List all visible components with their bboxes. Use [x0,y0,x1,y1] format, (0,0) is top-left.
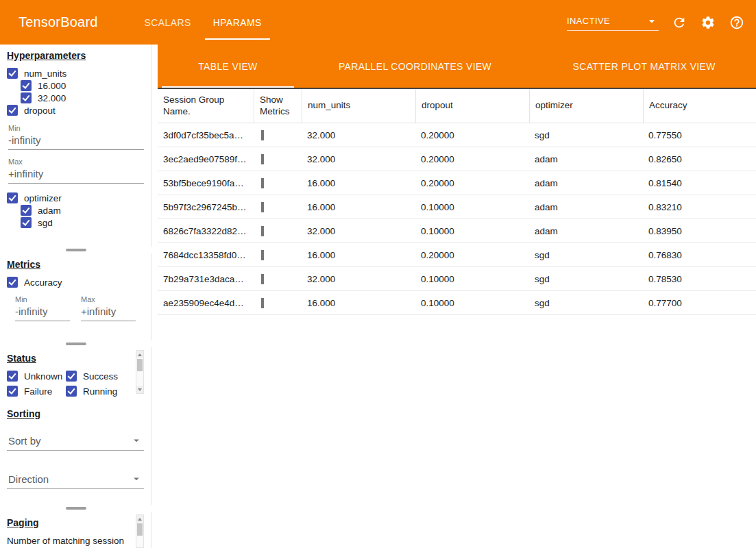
adam-checkbox[interactable] [21,205,32,216]
scroll-down-arrow-icon[interactable] [136,386,143,393]
show-metrics-checkbox[interactable] [261,202,264,212]
sort-by-select[interactable]: Sort by [7,434,144,451]
show-metrics-checkbox[interactable] [261,274,264,284]
scrollbar-track[interactable] [136,358,143,386]
dropout-checkbox[interactable] [7,105,18,116]
running-checkbox[interactable] [66,386,77,397]
cell-accuracy: 0.82650 [643,154,756,164]
show-metrics-checkbox[interactable] [261,298,264,308]
resize-handle[interactable] [0,247,151,253]
hparam-row-dropout[interactable]: dropout [7,104,151,116]
table-row[interactable]: 7684dcc13358fd0… 16.000 0.20000 sgd 0.76… [158,243,756,267]
unknown-checkbox[interactable] [7,371,18,382]
scrollbar-thumb[interactable] [137,359,143,371]
success-checkbox[interactable] [66,371,77,382]
accuracy-checkbox[interactable] [7,277,18,288]
column-header-optimizer[interactable]: optimizer [529,89,643,123]
resize-handle[interactable] [0,505,151,512]
tab-scatter-plot-matrix-view[interactable]: SCATTER PLOT MATRIX VIEW [532,45,756,88]
show-metrics-checkbox[interactable] [261,178,264,188]
cell-show-metrics [254,226,302,236]
column-header-show-metrics[interactable]: Show Metrics [254,89,302,123]
metric-minmax-fields: Min -infinity Max +infinity [15,288,151,321]
hyperparameters-panel: Hyperparameters num_units 16.000 32.000 … [0,45,151,247]
num-units-16-checkbox[interactable] [21,80,32,91]
num-units-32-checkbox[interactable] [21,92,32,103]
paging-heading: Paging [7,517,151,528]
optimizer-label: optimizer [24,193,62,203]
optimizer-checkbox[interactable] [7,192,18,203]
metric-max-input[interactable]: +infinity [81,304,136,321]
show-metrics-checkbox[interactable] [261,154,264,164]
settings-button[interactable] [700,14,716,31]
cell-dropout: 0.20000 [415,154,529,164]
cell-num-units: 16.000 [302,250,415,260]
resize-handle[interactable] [0,340,151,347]
column-header-num-units[interactable]: num_units [302,89,415,123]
table-row[interactable]: ae235909ec4e4d… 16.000 0.10000 sgd 0.777… [158,291,756,315]
tab-scalars-label: SCALARS [145,17,191,28]
hparam-value-row-16[interactable]: 16.000 [21,79,151,92]
table-row[interactable]: 53bf5bece9190fa… 16.000 0.20000 adam 0.8… [158,171,756,195]
table-row[interactable]: 5b97f3c2967245b… 16.000 0.10000 adam 0.8… [158,195,756,219]
cell-dropout: 0.10000 [415,202,529,212]
table-row[interactable]: 3ec2aed9e07589f… 32.000 0.20000 adam 0.8… [158,147,756,171]
drag-handle-icon [66,507,86,510]
cell-show-metrics [254,250,302,260]
cell-accuracy: 0.83950 [643,226,756,236]
num-units-label: num_units [24,68,66,79]
tab-scalars[interactable]: SCALARS [134,0,202,45]
num-units-checkbox[interactable] [7,68,18,79]
hparam-value-row-sgd[interactable]: sgd [21,216,151,229]
table-row[interactable]: 3df0d7cf35bec5a… 32.000 0.20000 sgd 0.77… [158,123,756,147]
hparam-value-row-adam[interactable]: adam [21,204,151,216]
main-content: TABLE VIEW PARALLEL COORDINATES VIEW SCA… [158,45,756,548]
failure-checkbox[interactable] [7,386,18,397]
scroll-up-arrow-icon[interactable] [136,515,143,523]
table-row[interactable]: 6826c7fa3322d82… 32.000 0.10000 adam 0.8… [158,219,756,243]
refresh-button[interactable] [671,14,687,31]
status-row-success[interactable]: Success [66,370,134,382]
metric-min-input[interactable]: -infinity [15,304,70,321]
dropout-max-input[interactable]: +infinity [8,166,144,184]
help-button[interactable] [729,14,745,31]
hparam-row-num-units[interactable]: num_units [7,67,151,79]
content-area: Hyperparameters num_units 16.000 32.000 … [0,45,756,548]
hparam-row-optimizer[interactable]: optimizer [7,192,151,204]
tab-parallel-coordinates-view[interactable]: PARALLEL COORDINATES VIEW [298,45,533,88]
show-metrics-checkbox[interactable] [261,130,264,140]
cell-show-metrics [254,274,302,284]
sgd-checkbox[interactable] [21,217,32,228]
paging-scrollbar[interactable] [136,514,144,548]
hparam-value-row-32[interactable]: 32.000 [21,92,151,104]
help-icon [729,15,744,30]
cell-num-units: 16.000 [302,178,415,188]
scrollbar-track[interactable] [136,523,143,547]
table-row[interactable]: 7b29a731e3daca… 32.000 0.10000 sgd 0.785… [158,267,756,291]
column-header-dropout[interactable]: dropout [415,89,529,123]
direction-select[interactable]: Direction [7,473,144,489]
cell-accuracy: 0.77550 [643,130,756,140]
dropout-min-input[interactable]: -infinity [8,133,144,150]
cell-dropout: 0.10000 [415,298,529,308]
table-body: 3df0d7cf35bec5a… 32.000 0.20000 sgd 0.77… [158,123,756,548]
status-row-running[interactable]: Running [66,385,134,397]
reload-status-select[interactable]: INACTIVE [567,14,659,31]
scrollbar-thumb[interactable] [137,523,143,536]
scroll-up-arrow-icon[interactable] [136,351,143,358]
dropdown-arrow-icon [130,434,143,447]
column-header-session-group-name[interactable]: Session Group Name. [158,89,254,123]
status-row-unknown[interactable]: Unknown [7,370,66,382]
drag-handle-icon [66,249,86,251]
column-header-accuracy[interactable]: Accuracy [643,89,756,123]
dropdown-arrow-icon [645,14,659,28]
cell-optimizer: sgd [529,298,643,308]
metric-row-accuracy[interactable]: Accuracy [7,276,151,288]
cell-num-units: 32.000 [302,226,415,236]
status-row-failure[interactable]: Failure [7,385,66,397]
status-scrollbar[interactable] [136,350,144,394]
show-metrics-checkbox[interactable] [261,250,264,260]
tab-hparams[interactable]: HPARAMS [202,0,273,45]
tab-table-view[interactable]: TABLE VIEW [158,45,298,88]
show-metrics-checkbox[interactable] [261,226,264,236]
